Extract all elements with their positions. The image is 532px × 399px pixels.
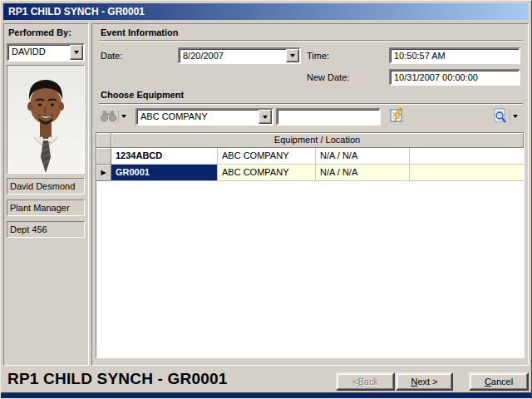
time-field[interactable]: 10:50:57 AM [389, 47, 520, 64]
employee-title-field: Plant Manager [7, 200, 85, 216]
time-label: Time: [307, 51, 329, 61]
equipment-grid: Equipment / Location 1234ABCD ABC COMPAN… [96, 132, 525, 358]
find-dropdown-button[interactable] [118, 110, 129, 123]
company-value: ABC COMPANY [140, 111, 207, 121]
equipment-id-cell[interactable]: 1234ABCD [111, 148, 218, 165]
performed-by-dropdown-button[interactable] [70, 45, 83, 60]
back-button[interactable]: < Back [336, 372, 395, 391]
window-title: RP1 CHILD SYNCH - GR0001 [8, 6, 145, 17]
equipment-filter-input[interactable] [276, 108, 381, 126]
performed-by-label: Performed By: [8, 27, 71, 37]
chevron-down-icon [121, 115, 126, 118]
next-button[interactable]: Next > [396, 372, 453, 391]
company-cell[interactable]: ABC COMPANY [218, 148, 316, 165]
cancel-button[interactable]: Cancel [469, 372, 529, 391]
date-label: Date: [101, 51, 122, 61]
employee-name-field: David Desmond [7, 178, 85, 195]
title-bar: RP1 CHILD SYNCH - GR0001 [3, 3, 528, 20]
date-dropdown-button[interactable] [286, 49, 299, 62]
chevron-down-icon [74, 51, 79, 54]
company-combobox[interactable]: ABC COMPANY [135, 108, 273, 126]
binoculars-icon[interactable] [100, 110, 117, 122]
location-cell[interactable]: N/A / N/A [316, 165, 410, 181]
new-date-label: New Date: [307, 72, 349, 82]
empty-cell[interactable] [410, 148, 524, 165]
employee-photo [7, 65, 85, 174]
employee-portrait-illustration [7, 66, 84, 173]
company-dropdown-button[interactable] [259, 110, 272, 124]
choose-equipment-header: Choose Equipment [101, 90, 184, 100]
choose-equipment-divider [99, 103, 523, 105]
chevron-down-icon [290, 54, 295, 57]
table-row[interactable]: 1234ABCD ABC COMPANY N/A / N/A [96, 148, 524, 165]
employee-dept-field: Dept 456 [7, 221, 85, 238]
company-cell[interactable]: ABC COMPANY [218, 165, 316, 181]
new-date-field[interactable]: 10/31/2007 00:00:00 [389, 69, 520, 86]
event-information-header: Event Information [101, 27, 179, 37]
equipment-id-cell[interactable]: GR0001 [111, 165, 218, 181]
table-row-selected[interactable]: ▶ GR0001 ABC COMPANY N/A / N/A [96, 165, 524, 181]
row-selector-cell[interactable] [96, 148, 111, 165]
empty-cell[interactable] [410, 165, 524, 181]
chevron-down-icon [513, 115, 518, 118]
edit-list-icon[interactable] [390, 108, 404, 123]
event-information-divider [99, 40, 523, 42]
dialog-window: RP1 CHILD SYNCH - GR0001 Performed By: D… [0, 0, 532, 399]
grid-header-cell[interactable]: Equipment / Location [111, 133, 524, 148]
wizard-step-title: RP1 CHILD SYNCH - GR0001 [7, 370, 228, 388]
date-combobox[interactable]: 8/20/2007 [178, 47, 301, 64]
location-cell[interactable]: N/A / N/A [316, 148, 410, 165]
grid-header-row: Equipment / Location [96, 133, 524, 148]
search-document-icon[interactable] [493, 108, 508, 124]
grid-corner-cell [96, 133, 111, 148]
chevron-down-icon [263, 116, 268, 119]
date-value: 8/20/2007 [183, 51, 224, 61]
performed-by-combobox[interactable]: DAVIDD [7, 43, 85, 62]
performed-by-value: DAVIDD [12, 47, 46, 57]
row-selector-cell[interactable]: ▶ [96, 165, 111, 181]
preview-dropdown-button[interactable] [510, 110, 520, 123]
current-row-pointer-icon: ▶ [101, 170, 106, 176]
window-bottom-strip [1, 392, 532, 399]
